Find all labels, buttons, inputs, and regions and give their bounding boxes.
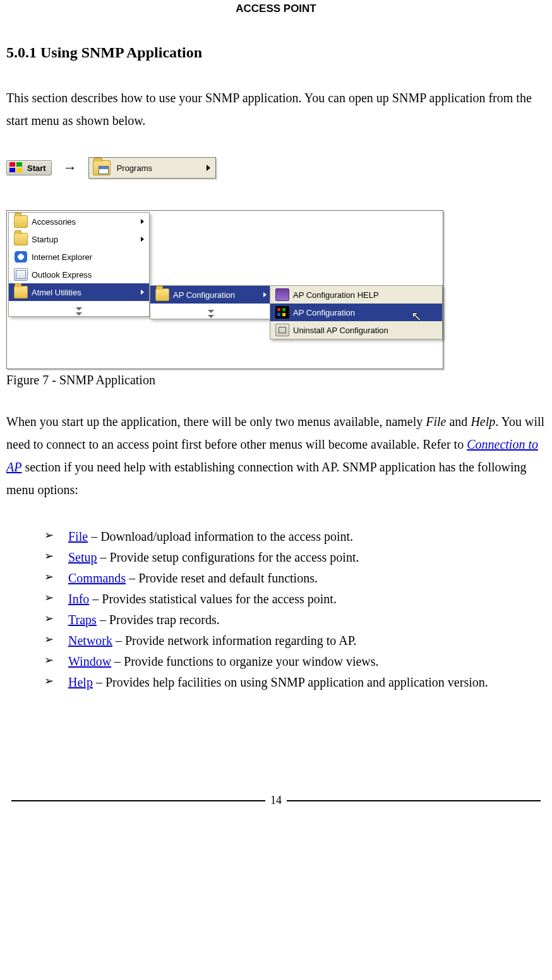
- programs-submenu: Accessories Startup Internet Explorer Ou…: [8, 212, 150, 317]
- para2-mid1: and: [446, 415, 471, 428]
- chevron-down-icon: [208, 310, 214, 313]
- section-heading: 5.0.1 Using SNMP Application: [6, 44, 546, 61]
- arrow-right-icon: →: [63, 160, 77, 176]
- programs-menu-label: Programs: [117, 163, 152, 173]
- bullet-desc: – Provides statistical values for the ac…: [89, 592, 337, 606]
- bullet-desc: – Provide setup configurations for the a…: [97, 550, 359, 564]
- folder-icon: [14, 215, 28, 228]
- menu-options-list: File – Download/upload information to th…: [6, 526, 546, 693]
- network-link[interactable]: Network: [68, 634, 112, 647]
- bullet-desc: – Provide reset and default functions.: [126, 571, 318, 585]
- menu-item-label: Internet Explorer: [30, 252, 149, 262]
- atmel-utilities-submenu: AP Configuration: [150, 285, 272, 319]
- traps-link[interactable]: Traps: [68, 613, 97, 627]
- window-link[interactable]: Window: [68, 654, 111, 668]
- info-link[interactable]: Info: [68, 592, 89, 606]
- para2-help-italic: Help: [471, 415, 495, 428]
- submenu-arrow-icon: [207, 165, 210, 171]
- list-item: Info – Provides statistical values for t…: [6, 589, 546, 610]
- outlook-icon: [14, 268, 28, 281]
- ie-icon: [15, 251, 27, 263]
- list-item: File – Download/upload information to th…: [6, 526, 546, 547]
- help-icon: [275, 288, 289, 301]
- menu-item-label: Uninstall AP Configuration: [292, 326, 442, 335]
- windows-logo-icon: [9, 162, 23, 174]
- bullet-desc: – Provides trap records.: [97, 613, 220, 627]
- menu-item-label: AP Configuration: [292, 308, 442, 317]
- menu-item-uninstall-ap-configuration[interactable]: Uninstall AP Configuration: [270, 321, 442, 339]
- menu-item-label: Atmel Utilities: [30, 288, 141, 297]
- menu-item-label: AP Configuration: [172, 290, 263, 300]
- menu-item-accessories[interactable]: Accessories: [9, 213, 149, 230]
- menu-item-outlook-express[interactable]: Outlook Express: [9, 266, 149, 283]
- para2-pre: When you start up the application, there…: [6, 415, 426, 428]
- menu-item-startup[interactable]: Startup: [9, 230, 149, 248]
- list-item: Network – Provide network information re…: [6, 630, 546, 651]
- para2-post: section if you need help with establishi…: [6, 460, 527, 497]
- expand-menu-button[interactable]: [9, 301, 149, 316]
- programs-menu-item[interactable]: Programs: [88, 157, 216, 179]
- menu-item-label: Outlook Express: [30, 270, 149, 280]
- menu-item-internet-explorer[interactable]: Internet Explorer: [9, 248, 149, 266]
- start-menu-screenshot: Accessories Startup Internet Explorer Ou…: [6, 210, 443, 369]
- list-item: Help – Provides help facilities on using…: [6, 672, 546, 693]
- help-link[interactable]: Help: [68, 675, 93, 689]
- menu-item-ap-configuration[interactable]: AP Configuration: [270, 304, 442, 321]
- programs-folder-icon: [93, 160, 111, 175]
- list-item: Traps – Provides trap records.: [6, 610, 546, 630]
- intro-paragraph: This section describes how to use your S…: [6, 86, 546, 132]
- menu-item-label: Accessories: [30, 217, 141, 227]
- bullet-desc: – Provides help facilities on using SNMP…: [93, 675, 488, 689]
- bullet-desc: – Download/upload information to the acc…: [88, 529, 353, 543]
- start-menu-row: Start → Programs: [6, 157, 546, 179]
- submenu-arrow-icon: [141, 290, 144, 295]
- list-item: Commands – Provide reset and default fun…: [6, 568, 546, 589]
- description-paragraph: When you start up the application, there…: [6, 410, 546, 501]
- expand-menu-button[interactable]: [150, 304, 272, 319]
- setup-link[interactable]: Setup: [68, 550, 97, 564]
- ap-configuration-submenu: AP Configuration HELP AP Configuration U…: [270, 285, 443, 339]
- footer-rule-right: [287, 800, 541, 801]
- chevron-down-icon: [76, 307, 82, 310]
- start-button[interactable]: Start: [6, 160, 52, 175]
- config-icon: [275, 306, 289, 319]
- list-item: Window – Provide functions to organize y…: [6, 651, 546, 672]
- menu-item-label: Startup: [30, 235, 141, 244]
- list-item: Setup – Provide setup configurations for…: [6, 547, 546, 568]
- page-header-title: ACCESS POINT: [6, 0, 546, 15]
- file-link[interactable]: File: [68, 529, 88, 543]
- commands-link[interactable]: Commands: [68, 571, 126, 585]
- menu-item-atmel-utilities[interactable]: Atmel Utilities: [9, 283, 149, 301]
- menu-item-ap-configuration-help[interactable]: AP Configuration HELP: [270, 286, 442, 304]
- submenu-arrow-icon: [141, 237, 144, 242]
- folder-icon: [14, 286, 28, 298]
- folder-icon: [14, 233, 28, 245]
- bullet-desc: – Provide functions to organize your win…: [111, 654, 378, 668]
- footer-rule-left: [11, 800, 265, 801]
- uninstall-icon: [275, 324, 289, 336]
- page-footer: 14: [6, 794, 546, 807]
- page-number: 14: [270, 794, 282, 807]
- submenu-arrow-icon: [263, 292, 267, 297]
- start-button-label: Start: [27, 163, 46, 173]
- menu-item-ap-configuration-folder[interactable]: AP Configuration: [150, 286, 272, 304]
- folder-icon: [155, 288, 169, 301]
- submenu-arrow-icon: [141, 219, 144, 224]
- menu-item-label: AP Configuration HELP: [292, 290, 442, 300]
- para2-file-italic: File: [426, 415, 446, 428]
- figure-caption: Figure 7 - SNMP Application: [6, 373, 546, 387]
- bullet-desc: – Provide network information regarding …: [112, 634, 357, 647]
